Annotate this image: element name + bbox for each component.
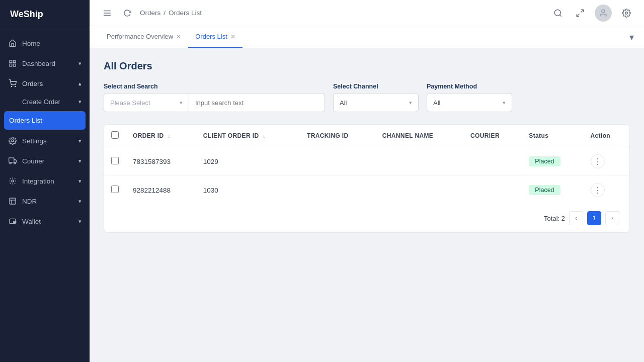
tab-orders-list-close[interactable]: ✕ — [230, 34, 235, 40]
row-action-btn-0[interactable]: ⋮ — [591, 154, 605, 168]
topbar: Orders / Orders List — [90, 0, 644, 26]
main-area: Orders / Orders List Performance Overvie… — [90, 0, 644, 362]
status-badge-0: Placed — [529, 156, 560, 166]
filter-channel-value: All — [340, 99, 347, 107]
refresh-icon[interactable] — [120, 6, 135, 21]
sidebar-item-courier[interactable]: Courier ▾ — [0, 151, 90, 171]
orders-table: ORDER ID ↓ CLIENT ORDER ID ↓ TRACKING ID… — [104, 125, 629, 204]
sidebar: WeShip Home Dashboard ▾ Orders ▴ — [0, 0, 90, 362]
svg-point-4 — [11, 86, 12, 86]
gear-icon[interactable] — [619, 6, 634, 21]
create-order-chevron-icon: ▾ — [78, 99, 82, 105]
filter-select-dropdown[interactable]: Please Select ▾ — [104, 93, 189, 112]
svg-line-19 — [15, 178, 15, 179]
sidebar-item-settings[interactable]: Settings ▾ — [0, 131, 90, 151]
tabs-collapse-icon[interactable]: ▾ — [629, 32, 634, 43]
svg-line-28 — [581, 10, 584, 12]
breadcrumb-current: Orders List — [169, 9, 202, 17]
tab-performance-overview[interactable]: Performance Overview ✕ — [100, 26, 188, 48]
tab-orders-list[interactable]: Orders List ✕ — [188, 26, 243, 48]
row-client-order-id-0: 1029 — [196, 147, 300, 176]
topbar-left: Orders / Orders List — [100, 6, 544, 21]
row-status-1: Placed — [522, 176, 583, 205]
create-order-label: Create Order — [22, 98, 60, 106]
sidebar-item-home[interactable]: Home — [0, 33, 90, 53]
row-checkbox-1[interactable] — [111, 186, 119, 193]
row-tracking-id-0 — [300, 147, 375, 176]
content-area: All Orders Select and Search Please Sele… — [90, 48, 644, 362]
pagination-prev-btn[interactable]: ‹ — [569, 211, 583, 225]
page-title: All Orders — [104, 60, 630, 72]
ndr-label: NDR — [22, 198, 37, 205]
filter-select-chevron-icon: ▾ — [180, 100, 183, 106]
sidebar-item-orders[interactable]: Orders ▴ — [0, 73, 90, 94]
wallet-label: Wallet — [22, 218, 41, 225]
expand-icon[interactable] — [573, 6, 588, 21]
filter-channel-dropdown[interactable]: All ▾ — [333, 93, 419, 112]
sidebar-item-orders-list[interactable]: Orders List — [4, 111, 86, 130]
row-tracking-id-1 — [300, 176, 375, 205]
row-channel-name-0 — [375, 147, 463, 176]
row-checkbox-cell — [104, 176, 126, 205]
filter-payment-group: Payment Method All ▾ — [427, 83, 512, 112]
table-row: 7831587393 1029 Placed ⋮ — [104, 147, 629, 176]
svg-rect-7 — [9, 158, 14, 162]
table-row: 9282212488 1030 Placed ⋮ — [104, 176, 629, 205]
filter-search-box — [189, 93, 325, 112]
home-label: Home — [22, 40, 40, 47]
pagination-page-1-btn[interactable]: 1 — [587, 211, 601, 225]
row-courier-1 — [463, 176, 522, 205]
settings-chevron-icon: ▾ — [78, 138, 82, 144]
home-icon — [8, 39, 17, 48]
tab-performance-overview-close[interactable]: ✕ — [176, 34, 181, 40]
svg-marker-8 — [14, 159, 17, 162]
client-order-id-sort-icon[interactable]: ↓ — [263, 133, 266, 139]
integration-icon — [8, 176, 17, 186]
sidebar-item-integration[interactable]: Integration ▾ — [0, 171, 90, 191]
orders-label: Orders — [22, 80, 43, 87]
status-badge-1: Placed — [529, 185, 560, 195]
row-client-order-id-1: 1030 — [196, 176, 300, 205]
svg-line-27 — [559, 15, 561, 16]
tabs-bar: Performance Overview ✕ Orders List ✕ ▾ — [90, 26, 644, 48]
integration-chevron-icon: ▾ — [78, 178, 82, 185]
courier-label: Courier — [22, 157, 44, 165]
filter-channel-group: Select Channel All ▾ — [333, 83, 419, 112]
sidebar-item-wallet[interactable]: Wallet ▾ — [0, 211, 90, 231]
svg-rect-3 — [13, 64, 16, 66]
sidebar-item-create-order[interactable]: Create Order ▾ — [0, 94, 90, 110]
search-icon[interactable] — [550, 6, 566, 21]
app-logo: WeShip — [0, 0, 90, 29]
filter-payment-chevron-icon: ▾ — [503, 100, 506, 106]
order-id-sort-icon[interactable]: ↓ — [168, 133, 171, 139]
row-action-btn-1[interactable]: ⋮ — [591, 183, 605, 197]
filter-search-input[interactable] — [195, 99, 318, 107]
col-header-action: Action — [584, 125, 629, 147]
svg-rect-20 — [10, 198, 16, 204]
row-action-0: ⋮ — [584, 147, 629, 176]
svg-rect-0 — [10, 60, 12, 63]
filter-channel-chevron-icon: ▾ — [409, 100, 412, 106]
avatar[interactable] — [595, 5, 612, 22]
sidebar-item-ndr[interactable]: NDR ▾ — [0, 191, 90, 211]
courier-icon — [8, 156, 17, 165]
svg-rect-1 — [13, 60, 16, 63]
orders-icon — [8, 79, 17, 88]
sidebar-item-dashboard[interactable]: Dashboard ▾ — [0, 53, 90, 73]
col-header-status: Status — [522, 125, 583, 147]
filter-row: Select and Search Please Select ▾ Select… — [104, 83, 630, 112]
breadcrumb-parent[interactable]: Orders — [140, 9, 160, 17]
row-checkbox-0[interactable] — [111, 157, 119, 164]
filter-payment-dropdown[interactable]: All ▾ — [427, 93, 512, 112]
filter-select-search-container: Please Select ▾ — [104, 93, 325, 112]
svg-point-10 — [14, 162, 16, 164]
ndr-icon — [8, 197, 17, 206]
col-header-client-order-id: CLIENT ORDER ID ↓ — [196, 125, 300, 147]
pagination-next-btn[interactable]: › — [605, 211, 619, 225]
filter-select-search-label: Select and Search — [104, 83, 325, 90]
col-header-channel-name: CHANNEL NAME — [375, 125, 463, 147]
menu-icon[interactable] — [100, 6, 115, 21]
row-status-0: Placed — [522, 147, 583, 176]
select-all-checkbox[interactable] — [111, 131, 119, 139]
topbar-actions — [550, 5, 634, 22]
